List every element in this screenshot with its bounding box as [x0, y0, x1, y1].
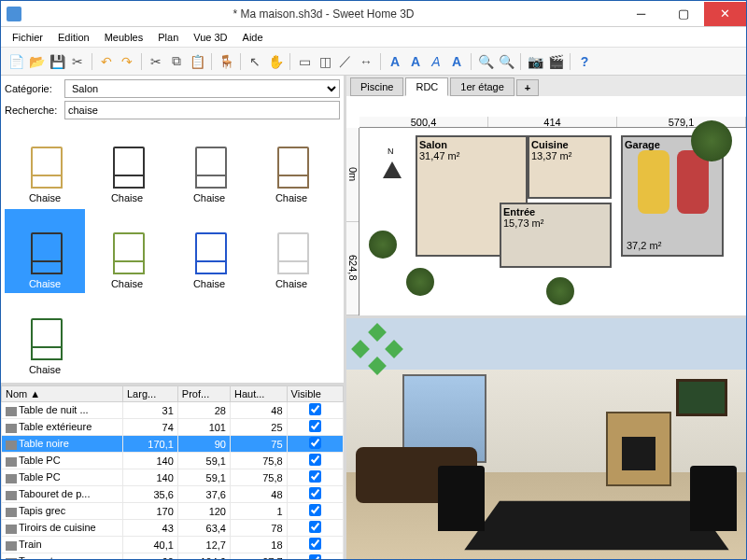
table-row[interactable]: Table PC14059,175,8	[2, 469, 344, 486]
maximize-button[interactable]: ▢	[662, 2, 704, 26]
bush-icon[interactable]	[691, 120, 732, 161]
menu-aide[interactable]: Aide	[235, 30, 271, 45]
catalog-item[interactable]: Chaise	[87, 123, 167, 207]
pan-icon[interactable]: ✋	[266, 52, 285, 71]
furniture-icon	[6, 457, 17, 467]
wall-icon[interactable]: ▭	[295, 52, 314, 71]
catalog-item[interactable]: Chaise	[5, 123, 85, 207]
car-yellow[interactable]	[638, 150, 669, 214]
text-a2-icon[interactable]: A	[406, 52, 425, 71]
text-a3-icon[interactable]: A	[427, 52, 445, 71]
chair-icon	[268, 141, 315, 192]
polyline-icon[interactable]: ／	[336, 52, 355, 71]
table-row[interactable]: Tabouret de p...35,637,648	[2, 486, 344, 503]
visible-checkbox[interactable]	[309, 538, 321, 550]
table-row[interactable]: Table noire170,19075	[2, 436, 344, 453]
open-file-icon[interactable]: 📂	[27, 52, 46, 71]
tab-1er-etage[interactable]: 1er étage	[450, 77, 514, 96]
room-icon[interactable]: ◫	[316, 52, 334, 71]
text-a4-icon[interactable]: A	[447, 52, 466, 71]
help-icon[interactable]: ?	[575, 52, 594, 71]
copy-icon[interactable]: ⧉	[167, 52, 186, 71]
category-select[interactable]: Salon	[64, 79, 340, 98]
table-row[interactable]: Tapis grec1701201	[2, 503, 344, 520]
visible-checkbox[interactable]	[309, 554, 321, 559]
nav-up-icon[interactable]	[368, 323, 387, 342]
table-row[interactable]: Transat60104,697,7	[2, 553, 344, 560]
chair-icon	[104, 227, 150, 278]
menu-vue3d[interactable]: Vue 3D	[186, 30, 234, 45]
menu-plan[interactable]: Plan	[150, 30, 186, 45]
catalog-item[interactable]: Chaise	[87, 209, 167, 293]
chair-3d	[690, 466, 737, 531]
dimension-icon[interactable]: ↔	[357, 52, 375, 71]
tab-piscine[interactable]: Piscine	[350, 77, 403, 96]
catalog-item-label: Chaise	[111, 192, 143, 203]
text-a1-icon[interactable]: A	[386, 52, 404, 71]
select-icon[interactable]: ↖	[246, 52, 264, 71]
minimize-button[interactable]: ─	[620, 2, 662, 26]
table-row[interactable]: Table PC14059,175,8	[2, 453, 344, 469]
nav-right-icon[interactable]	[385, 340, 403, 358]
visible-checkbox[interactable]	[309, 521, 321, 533]
catalog-item-label: Chaise	[193, 278, 225, 289]
table-row[interactable]: Train40,112,718	[2, 537, 344, 553]
visible-checkbox[interactable]	[309, 470, 321, 483]
catalog-item[interactable]: Chaise	[5, 295, 85, 379]
zoom-out-icon[interactable]: 🔍	[497, 52, 515, 71]
column-header[interactable]: Prof...	[177, 386, 230, 402]
menu-meubles[interactable]: Meubles	[97, 30, 151, 45]
column-header[interactable]: Nom ▲	[2, 386, 123, 402]
room-entree[interactable]: Entrée15,73 m²	[500, 203, 612, 268]
undo-icon[interactable]: ↶	[97, 52, 116, 71]
menu-fichier[interactable]: Fichier	[5, 30, 50, 45]
furniture-list-panel: Nom ▲Larg...Prof...Haut...Visible Table …	[1, 385, 344, 559]
catalog-item[interactable]: Chaise	[169, 209, 249, 293]
3d-nav-control[interactable]	[354, 326, 401, 372]
catalog-item-label: Chaise	[29, 192, 61, 203]
cut-icon[interactable]: ✂	[147, 52, 165, 71]
add-furniture-icon[interactable]: 🪑	[217, 52, 235, 71]
visible-checkbox[interactable]	[309, 420, 321, 432]
nav-down-icon[interactable]	[368, 357, 387, 375]
catalog-panel: Catégorie: Salon Recherche: ChaiseChaise…	[1, 76, 344, 385]
video-icon[interactable]: 🎬	[546, 52, 565, 71]
room-cuisine[interactable]: Cuisine13,37 m²	[528, 135, 612, 199]
window-title: * Ma maison.sh3d - Sweet Home 3D	[27, 7, 620, 21]
bush-icon[interactable]	[546, 277, 574, 305]
bush-icon[interactable]	[406, 268, 434, 296]
close-button[interactable]: ✕	[704, 2, 746, 26]
tab-add-button[interactable]: +	[516, 79, 539, 96]
visible-checkbox[interactable]	[309, 403, 321, 415]
chair-3d	[438, 466, 485, 531]
catalog-item[interactable]: Chaise	[169, 123, 249, 207]
catalog-item[interactable]: Chaise	[251, 123, 331, 207]
preferences-icon[interactable]: ✂	[68, 52, 87, 71]
redo-icon[interactable]: ↷	[118, 52, 136, 71]
column-header[interactable]: Visible	[287, 386, 343, 402]
tab-rdc[interactable]: RDC	[405, 77, 448, 96]
catalog-item[interactable]: Chaise	[5, 209, 85, 293]
search-input[interactable]	[64, 101, 340, 119]
camera-icon[interactable]: 📷	[526, 52, 544, 71]
furniture-icon	[6, 525, 17, 534]
paste-icon[interactable]: 📋	[188, 52, 206, 71]
visible-checkbox[interactable]	[309, 504, 321, 516]
save-file-icon[interactable]: 💾	[48, 52, 66, 71]
table-row[interactable]: Tiroirs de cuisine4363,478	[2, 520, 344, 537]
new-file-icon[interactable]: 📄	[7, 52, 25, 71]
table-row[interactable]: Table extérieure7410125	[2, 419, 344, 436]
column-header[interactable]: Larg...	[123, 386, 178, 402]
visible-checkbox[interactable]	[309, 487, 321, 499]
table-row[interactable]: Table de nuit ...312848	[2, 402, 344, 419]
menu-edition[interactable]: Edition	[50, 30, 97, 45]
zoom-in-icon[interactable]: 🔍	[476, 52, 495, 71]
bush-icon[interactable]	[369, 231, 397, 259]
3d-view[interactable]	[346, 318, 746, 559]
plan-view[interactable]: 500,4414579,1 0m624,8 Salon31,47 m² Cuis…	[346, 96, 746, 318]
visible-checkbox[interactable]	[309, 437, 321, 449]
visible-checkbox[interactable]	[309, 454, 321, 466]
column-header[interactable]: Haut...	[230, 386, 287, 402]
nav-left-icon[interactable]	[351, 340, 370, 358]
catalog-item[interactable]: Chaise	[251, 209, 331, 293]
